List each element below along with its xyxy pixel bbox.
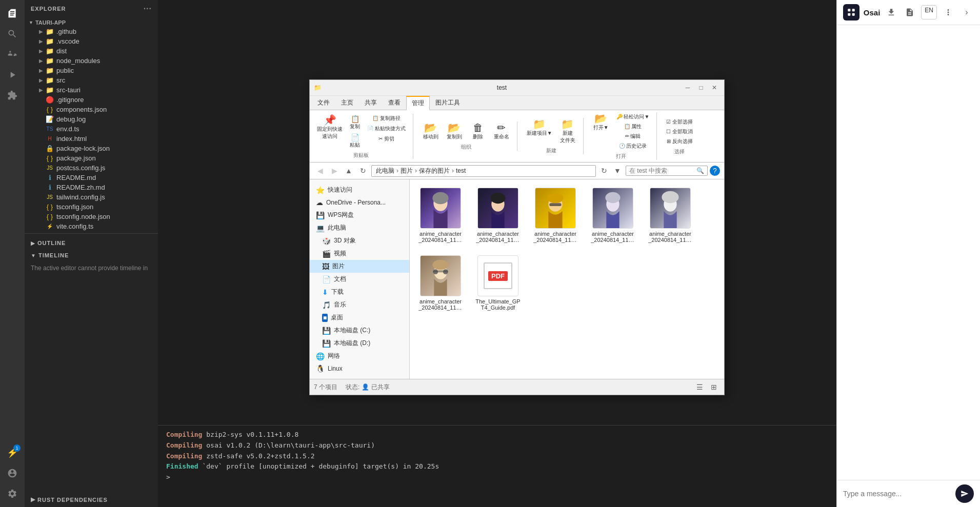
easy-access-button[interactable]: 🔑 轻松访问▼ [613, 112, 653, 121]
tree-item-tsconfig-node[interactable]: { } tsconfig.node.json [25, 212, 158, 221]
nav-documents[interactable]: 📄 文档 [310, 273, 409, 286]
tree-item-vite-config[interactable]: ⚡ vite.config.ts [25, 221, 158, 231]
delete-button[interactable]: 🗑 删除 [467, 121, 489, 141]
tree-item-readme-zh[interactable]: ℹ README.zh.md [25, 182, 158, 192]
file-item-1[interactable]: anime_character_20240814_113742_0A613A43… [416, 186, 465, 245]
tree-item-gitignore[interactable]: 🔴 .gitignore [25, 95, 158, 105]
copy-to-button[interactable]: 📂 复制到 [443, 121, 466, 141]
explorer-activity-icon[interactable] [3, 4, 22, 23]
address-path[interactable]: 此电脑 › 图片 › 保存的图片 › test [371, 165, 596, 177]
file-item-2[interactable]: anime_character_20240814_113742_anime_bo… [473, 186, 523, 245]
edit-button[interactable]: ✏ 编辑 [613, 132, 653, 141]
outline-section[interactable]: ▶ OUTLINE [25, 236, 158, 248]
nav-3d-objects[interactable]: 🎲 3D 对象 [310, 234, 409, 247]
select-all-button[interactable]: ☑ 全部选择 [663, 117, 696, 127]
settings-activity-icon[interactable] [3, 484, 22, 503]
history-button[interactable]: 🕐 历史记录 [613, 141, 653, 151]
tree-item-tsconfig[interactable]: { } tsconfig.json [25, 202, 158, 212]
nav-network[interactable]: 🌐 网络 [310, 350, 409, 362]
timeline-section[interactable]: ▼ TIMELINE [25, 248, 158, 260]
file-item-5[interactable]: anime_character_20240814_113742_anime_gi… [646, 186, 695, 245]
tree-item-public[interactable]: ▶ 📁 public [25, 66, 158, 75]
tree-item-src-tauri[interactable]: ▶ 📁 src-tauri [25, 85, 158, 95]
new-file-icon[interactable] [903, 5, 917, 19]
file-item-pdf[interactable]: PDF The_Ultimate_GPT4_Guide.pdf [473, 253, 523, 313]
nav-desktop[interactable]: ■ 桌面 [310, 311, 409, 324]
file-item-6[interactable]: anime_character_20240814_113742_anime_gi… [416, 253, 465, 313]
nav-music[interactable]: 🎵 音乐 [310, 298, 409, 311]
tree-item-postcss[interactable]: JS postcss.config.js [25, 163, 158, 173]
accounts-activity-icon[interactable] [3, 464, 22, 482]
ribbon-tab-image-tools[interactable]: 图片工具 [430, 96, 466, 110]
search-box[interactable]: 🔍 [626, 166, 708, 176]
tree-item-src[interactable]: ▶ 📁 src [25, 75, 158, 85]
cut-button[interactable]: ✂ 剪切 [364, 134, 409, 144]
deselect-all-button[interactable]: ☐ 全部取消 [663, 127, 696, 136]
nav-quick-access[interactable]: ⭐ 快速访问 [310, 184, 409, 196]
tree-item-github[interactable]: ▶ 📁 .github [25, 27, 158, 36]
copy-path-button[interactable]: 📋 复制路径 [364, 114, 409, 123]
upload-icon[interactable] [884, 5, 898, 19]
maximize-button[interactable]: □ [695, 82, 707, 93]
tree-item-dist[interactable]: ▶ 📁 dist [25, 46, 158, 56]
pin-quick-access-button[interactable]: 📌 固定到快速速访问 [314, 114, 346, 150]
icon-view-button[interactable]: ⊞ [708, 381, 720, 393]
close-button[interactable]: ✕ [709, 82, 720, 93]
back-button[interactable]: ◀ [314, 165, 326, 177]
minimize-button[interactable]: ─ [682, 82, 693, 93]
refresh-button[interactable]: ↻ [357, 165, 369, 177]
send-button[interactable] [955, 484, 974, 503]
address-refresh-button[interactable]: ↻ [598, 165, 610, 177]
paste-shortcut-button[interactable]: 📄 粘贴快捷方式 [364, 124, 409, 133]
up-button[interactable]: ▲ [343, 165, 355, 177]
nav-linux[interactable]: 🐧 Linux [310, 362, 409, 375]
more-icon[interactable]: › [959, 5, 974, 19]
extensions-activity-icon[interactable] [3, 86, 22, 105]
move-to-button[interactable]: 📂 移动到 [419, 121, 442, 141]
project-root[interactable]: ▼ TAURI-APP [25, 17, 158, 27]
help-button[interactable]: ? [710, 166, 720, 176]
list-view-button[interactable]: ☰ [693, 381, 706, 393]
ribbon-tab-view[interactable]: 查看 [383, 96, 406, 110]
open-button[interactable]: 📂 打开▼ [590, 112, 612, 151]
nav-downloads[interactable]: ⬇ 下载 [310, 286, 409, 298]
nav-drive-d[interactable]: 💾 本地磁盘 (D:) [310, 337, 409, 350]
invert-selection-button[interactable]: ⊞ 反向选择 [663, 137, 696, 146]
ribbon-tab-manage[interactable]: 管理 [406, 96, 430, 110]
tree-item-node-modules[interactable]: ▶ 📁 node_modules [25, 56, 158, 66]
tree-item-package-json[interactable]: { } package.json [25, 153, 158, 163]
ribbon-tab-file[interactable]: 文件 [312, 96, 335, 110]
tree-item-index-html[interactable]: H index.html [25, 134, 158, 144]
address-dropdown-button[interactable]: ▼ [611, 165, 624, 177]
nav-videos[interactable]: 🎬 视频 [310, 247, 409, 260]
tree-item-tailwind[interactable]: JS tailwind.config.js [25, 192, 158, 202]
run-activity-icon[interactable] [3, 66, 22, 84]
nav-wps[interactable]: 💾 WPS网盘 [310, 209, 409, 221]
ribbon-tab-home[interactable]: 主页 [335, 96, 359, 110]
tree-item-package-lock[interactable]: 🔒 package-lock.json [25, 144, 158, 153]
properties-button[interactable]: 📋 属性 [613, 122, 653, 131]
source-control-activity-icon[interactable] [3, 45, 22, 64]
settings-icon[interactable] [941, 5, 955, 19]
remote-activity-icon[interactable]: ⚡ 1 [3, 443, 22, 462]
tree-item-debug-log[interactable]: 📝 debug.log [25, 114, 158, 124]
rust-deps-section[interactable]: ▶ RUST DEPENDENCIES [25, 492, 158, 507]
tree-item-readme[interactable]: ℹ README.md [25, 173, 158, 182]
new-folder-button[interactable]: 📁 新建文件夹 [556, 118, 579, 145]
rename-button[interactable]: ✏ 重命名 [490, 121, 513, 141]
new-item-button[interactable]: 📁 新建项目▼ [524, 118, 555, 145]
file-item-3[interactable]: anime_character_20240814_113742_anime_bo… [531, 186, 580, 245]
search-activity-icon[interactable] [3, 25, 22, 43]
file-item-4[interactable]: anime_character_20240814_113742_anime_ch… [588, 186, 637, 245]
nav-onedrive[interactable]: ☁ OneDrive - Persona... [310, 196, 409, 209]
tree-item-components-json[interactable]: { } components.json [25, 105, 158, 114]
forward-button[interactable]: ▶ [328, 165, 341, 177]
nav-this-pc[interactable]: 💻 此电脑 [310, 221, 409, 234]
paste-button[interactable]: 📄粘贴 [347, 132, 363, 150]
copy-button[interactable]: 📋复制 [347, 114, 363, 131]
language-selector[interactable]: EN [921, 5, 937, 19]
nav-pictures[interactable]: 🖼 图片 [310, 260, 409, 273]
explorer-more-button[interactable]: ··· [144, 4, 152, 13]
chat-input[interactable] [843, 490, 951, 498]
search-input[interactable] [629, 167, 694, 174]
